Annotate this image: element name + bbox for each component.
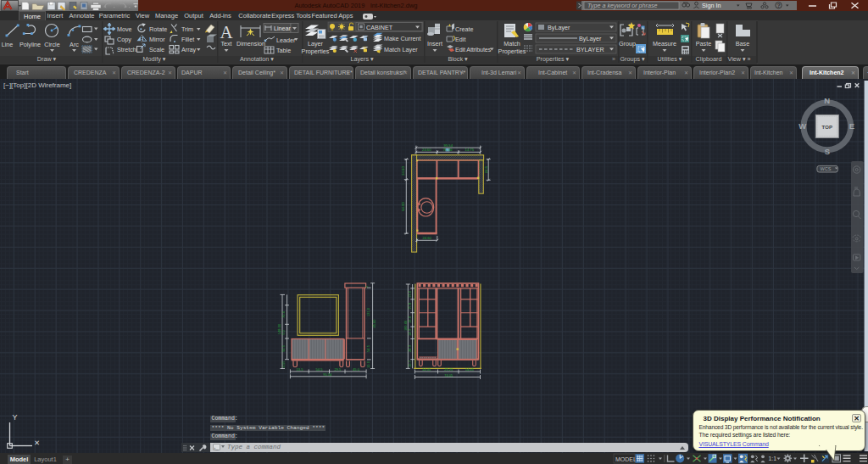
svg-text:E: E [849, 121, 854, 131]
svg-text:5.0: 5.0 [281, 329, 286, 334]
svg-text:64.00: 64.00 [401, 202, 405, 211]
svg-text:14.75: 14.75 [465, 148, 475, 152]
svg-text:74.05: 74.05 [444, 373, 453, 377]
svg-text:✕: ✕ [34, 439, 40, 447]
svg-text:5: 5 [364, 285, 369, 288]
svg-text:54.5: 54.5 [316, 367, 324, 372]
svg-text:MODEL: MODEL [615, 456, 637, 462]
svg-text:13.0: 13.0 [408, 290, 412, 298]
svg-text:24.3: 24.3 [408, 344, 412, 352]
svg-text:14.05: 14.05 [422, 367, 431, 372]
svg-text:45.60: 45.60 [372, 319, 376, 328]
svg-text:100.46: 100.46 [403, 320, 408, 331]
svg-text:4.55: 4.55 [281, 361, 286, 368]
svg-text:45.0: 45.0 [353, 367, 360, 372]
svg-text:24.60: 24.60 [422, 148, 431, 152]
svg-text:N: N [824, 96, 830, 105]
svg-text:15.8: 15.8 [408, 302, 412, 310]
svg-text:1:1: 1:1 [769, 456, 777, 461]
svg-text:WCS: WCS [821, 166, 832, 171]
svg-text:54.5: 54.5 [366, 344, 370, 352]
svg-text:W: W [798, 121, 806, 131]
svg-text:50.5: 50.5 [281, 344, 286, 352]
svg-text:71.50: 71.50 [443, 148, 453, 152]
svg-text:25.25: 25.25 [444, 367, 453, 372]
svg-text:10.0: 10.0 [366, 361, 370, 368]
svg-text:Y: Y [13, 413, 18, 422]
svg-text:29.5: 29.5 [335, 367, 342, 372]
svg-text:10.7: 10.7 [408, 360, 412, 367]
svg-text:131.0: 131.0 [366, 307, 370, 316]
svg-text:24.60: 24.60 [401, 166, 405, 176]
svg-text:16.4: 16.4 [408, 316, 412, 323]
svg-text:TOP: TOP [821, 125, 832, 130]
svg-text:24.60: 24.60 [422, 236, 431, 240]
svg-text:70.4: 70.4 [281, 310, 286, 318]
svg-text:95.54: 95.54 [323, 372, 332, 377]
svg-text:14.3: 14.3 [408, 328, 412, 336]
svg-text:24.6: 24.6 [484, 165, 488, 173]
svg-text:S: S [825, 147, 830, 156]
svg-text:13.5: 13.5 [297, 367, 304, 372]
svg-text:148.00: 148.00 [277, 323, 281, 334]
svg-text:14.05: 14.05 [465, 367, 475, 372]
